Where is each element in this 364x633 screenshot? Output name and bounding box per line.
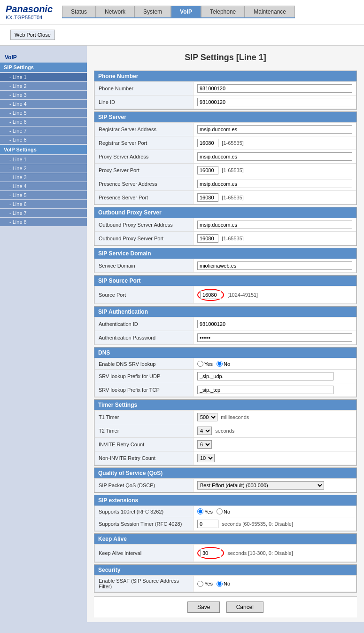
source-port-range: [1024-49151]	[227, 292, 258, 298]
dns-no-radio[interactable]	[217, 361, 223, 367]
voip-line6[interactable]: - Line 6	[0, 200, 87, 208]
ssaf-yes-label[interactable]: Yes	[197, 581, 213, 587]
ssaf-no-radio[interactable]	[217, 581, 223, 587]
presence-address-input[interactable]	[197, 180, 352, 188]
main-nav: Status Network System VoIP Telephone Mai…	[62, 6, 295, 18]
table-row: Enable SSAF (SIP Source Address Filter) …	[95, 576, 356, 592]
presence-port-input[interactable]	[197, 193, 218, 202]
brand-section: Panasonic KX-TGP550T04	[6, 4, 53, 20]
phone-number-input[interactable]	[197, 84, 352, 93]
100rel-no-radio[interactable]	[217, 508, 223, 514]
tab-telephone[interactable]: Telephone	[201, 6, 245, 17]
non-invite-retry-select[interactable]: 10	[197, 454, 215, 462]
source-port-header: SIP Source Port	[94, 276, 356, 286]
tab-maintenance[interactable]: Maintenance	[245, 6, 295, 17]
table-row: Supports 100rel (RFC 3262) Yes No	[95, 506, 356, 517]
line-id-label: Line ID	[95, 95, 194, 109]
registrar-port-input[interactable]	[197, 139, 218, 147]
web-port-close-button[interactable]: Web Port Close	[10, 30, 55, 40]
voip-line8[interactable]: - Line 8	[0, 218, 87, 226]
sip-line3[interactable]: - Line 3	[0, 91, 87, 99]
proxy-port-label: Proxy Server Port	[95, 164, 194, 177]
ssaf-no-label[interactable]: No	[217, 581, 230, 587]
voip-line3[interactable]: - Line 3	[0, 173, 87, 182]
srv-udp-input[interactable]	[197, 372, 333, 380]
table-row: Keep Alive Interval seconds [10-300, 0: …	[95, 545, 356, 562]
tab-system[interactable]: System	[134, 6, 171, 17]
cancel-button[interactable]: Cancel	[226, 601, 263, 613]
sip-line8[interactable]: - Line 8	[0, 135, 87, 144]
model-name: KX-TGP550T04	[6, 15, 53, 20]
100rel-yes-radio[interactable]	[197, 508, 203, 514]
voip-line1[interactable]: - Line 1	[0, 155, 87, 164]
registrar-address-input[interactable]	[197, 125, 352, 134]
table-row: Outbound Proxy Server Address	[95, 218, 356, 232]
source-port-input[interactable]	[200, 291, 221, 299]
table-row: Registrar Server Port [1-65535]	[95, 136, 356, 150]
t2-timer-select[interactable]: 4	[197, 427, 212, 435]
top-bar: Web Port Close	[0, 24, 364, 46]
line-id-input[interactable]	[197, 98, 352, 106]
voip-line2[interactable]: - Line 2	[0, 164, 87, 173]
invite-retry-select[interactable]: 6	[197, 440, 212, 449]
table-row: Enable DNS SRV lookup Yes No	[95, 358, 356, 370]
proxy-port-input[interactable]	[197, 166, 218, 174]
footer-buttons: Save Cancel	[94, 596, 357, 617]
table-row: Presence Server Port [1-65535]	[95, 191, 356, 205]
table-row: Source Port [1024-49151]	[95, 286, 356, 304]
security-header: Security	[94, 565, 356, 575]
table-row: Service Domain	[95, 259, 356, 273]
non-invite-retry-label: Non-INVITE Retry Count	[95, 451, 194, 465]
sip-line4[interactable]: - Line 4	[0, 100, 87, 108]
phone-number-header: Phone Number	[94, 71, 356, 81]
dns-no-label[interactable]: No	[217, 361, 230, 367]
voip-settings-label: VoIP Settings	[0, 145, 87, 154]
table-row: SRV lookup Prefix for TCP	[95, 383, 356, 397]
outbound-address-input[interactable]	[197, 221, 352, 229]
sip-line6[interactable]: - Line 6	[0, 118, 87, 126]
voip-line4[interactable]: - Line 4	[0, 182, 87, 190]
service-domain-input[interactable]	[197, 261, 352, 270]
main-content: SIP Settings [Line 1] Phone Number Phone…	[87, 46, 364, 622]
table-row: Presence Server Address	[95, 177, 356, 191]
session-timer-input[interactable]	[197, 520, 218, 528]
tab-status[interactable]: Status	[62, 6, 96, 17]
sip-auth-section: SIP Authentication Authentication ID Aut…	[94, 306, 357, 345]
registrar-port-range: [1-65535]	[222, 140, 243, 146]
srv-tcp-input[interactable]	[197, 386, 333, 394]
sip-line5[interactable]: - Line 5	[0, 109, 87, 117]
keep-alive-input[interactable]	[200, 549, 221, 557]
voip-line7[interactable]: - Line 7	[0, 209, 87, 217]
dns-yes-radio[interactable]	[197, 361, 203, 367]
sip-auth-header: SIP Authentication	[94, 307, 356, 317]
outbound-port-input[interactable]	[197, 234, 218, 243]
100rel-radio-group: Yes No	[197, 508, 352, 514]
ssaf-yes-radio[interactable]	[197, 581, 203, 587]
save-button[interactable]: Save	[187, 601, 220, 613]
main-layout: VoIP SIP Settings - Line 1 - Line 2 - Li…	[0, 46, 364, 622]
100rel-no-label[interactable]: No	[217, 508, 230, 514]
sip-line7[interactable]: - Line 7	[0, 127, 87, 135]
table-row: SIP Packet QoS (DSCP) Best Effort (defau…	[95, 479, 356, 492]
ssaf-label: Enable SSAF (SIP Source Address Filter)	[95, 576, 194, 592]
qos-dscp-select[interactable]: Best Effort (default) (000 000)	[197, 481, 324, 490]
voip-line5[interactable]: - Line 5	[0, 191, 87, 199]
dns-header: DNS	[94, 348, 356, 358]
service-domain-header: SIP Service Domain	[94, 248, 356, 259]
dns-yes-label[interactable]: Yes	[197, 361, 213, 367]
sip-line1[interactable]: - Line 1	[0, 73, 87, 81]
proxy-address-input[interactable]	[197, 152, 352, 161]
auth-id-input[interactable]	[197, 320, 352, 328]
100rel-yes-label[interactable]: Yes	[197, 508, 213, 514]
sip-line2[interactable]: - Line 2	[0, 82, 87, 90]
tab-network[interactable]: Network	[96, 6, 134, 17]
session-timer-range: seconds [60-65535, 0: Disable]	[222, 521, 293, 527]
auth-id-label: Authentication ID	[95, 317, 194, 331]
auth-password-input[interactable]	[197, 333, 352, 342]
dns-srv-lookup-label: Enable DNS SRV lookup	[95, 358, 194, 370]
keep-alive-header: Keep Alive	[94, 534, 356, 544]
tab-voip[interactable]: VoIP	[171, 6, 201, 17]
table-row: T1 Timer 500 milliseconds	[95, 411, 356, 424]
source-port-highlight	[197, 289, 224, 301]
t1-timer-select[interactable]: 500	[197, 413, 217, 421]
